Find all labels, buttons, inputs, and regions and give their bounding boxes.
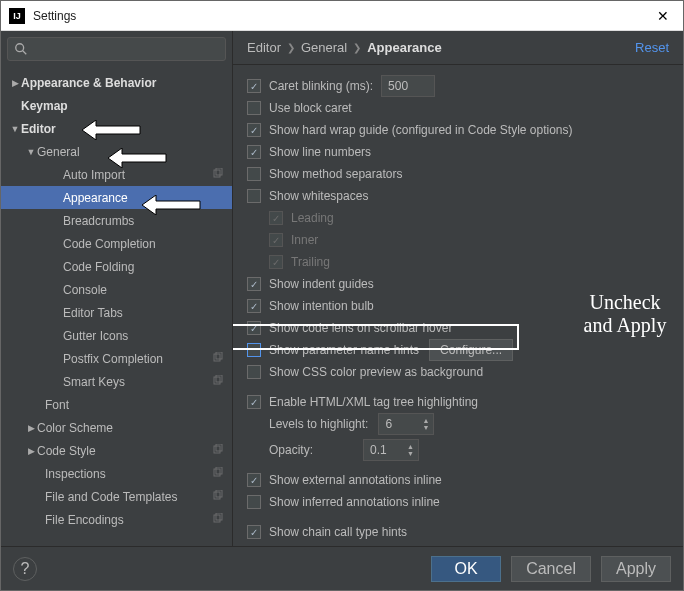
tree-editor-tabs[interactable]: Editor Tabs bbox=[1, 301, 232, 324]
copy-icon bbox=[212, 352, 226, 366]
crumb-editor[interactable]: Editor bbox=[247, 40, 281, 55]
copy-icon bbox=[212, 375, 226, 389]
window-title: Settings bbox=[33, 9, 651, 23]
checkbox bbox=[269, 233, 283, 247]
breadcrumb: Editor ❯ General ❯ Appearance Reset bbox=[233, 31, 683, 65]
search-icon bbox=[14, 42, 28, 56]
tree-inspections[interactable]: Inspections bbox=[1, 462, 232, 485]
opt-chain-hints[interactable]: Show chain call type hints bbox=[247, 521, 669, 543]
configure-button[interactable]: Configure... bbox=[429, 339, 513, 361]
svg-rect-7 bbox=[216, 375, 222, 382]
ok-button[interactable]: OK bbox=[431, 556, 501, 582]
tree-appearance-behavior[interactable]: ▶Appearance & Behavior bbox=[1, 71, 232, 94]
opt-code-lens[interactable]: Show code lens on scrollbar hover bbox=[247, 317, 669, 339]
search-input[interactable] bbox=[7, 37, 226, 61]
opt-html-tag-tree[interactable]: Enable HTML/XML tag tree highlighting bbox=[247, 391, 669, 413]
reset-link[interactable]: Reset bbox=[635, 40, 669, 55]
opt-ws-trailing: Trailing bbox=[247, 251, 669, 273]
tree-code-style[interactable]: ▶Code Style bbox=[1, 439, 232, 462]
close-button[interactable]: ✕ bbox=[651, 6, 675, 26]
tree-general[interactable]: ▼General bbox=[1, 140, 232, 163]
checkbox[interactable] bbox=[247, 299, 261, 313]
tree-keymap[interactable]: Keymap bbox=[1, 94, 232, 117]
tree-file-code-templates[interactable]: File and Code Templates bbox=[1, 485, 232, 508]
svg-line-1 bbox=[23, 51, 27, 55]
checkbox[interactable] bbox=[247, 101, 261, 115]
checkbox[interactable] bbox=[247, 145, 261, 159]
apply-button[interactable]: Apply bbox=[601, 556, 671, 582]
svg-rect-9 bbox=[216, 444, 222, 451]
tree-postfix-completion[interactable]: Postfix Completion bbox=[1, 347, 232, 370]
checkbox[interactable] bbox=[247, 277, 261, 291]
checkbox[interactable] bbox=[247, 321, 261, 335]
opt-method-separators[interactable]: Show method separators bbox=[247, 163, 669, 185]
sidebar: ▶Appearance & Behavior Keymap ▼Editor ▼G… bbox=[1, 31, 233, 546]
crumb-appearance: Appearance bbox=[367, 40, 441, 55]
svg-rect-8 bbox=[214, 446, 220, 453]
tree-editor[interactable]: ▼Editor bbox=[1, 117, 232, 140]
opt-ws-leading: Leading bbox=[247, 207, 669, 229]
tree-font[interactable]: Font bbox=[1, 393, 232, 416]
checkbox[interactable] bbox=[247, 495, 261, 509]
opt-line-numbers[interactable]: Show line numbers bbox=[247, 141, 669, 163]
opt-ext-annot[interactable]: Show external annotations inline bbox=[247, 469, 669, 491]
checkbox[interactable] bbox=[247, 395, 261, 409]
opt-indent-guides[interactable]: Show indent guides bbox=[247, 273, 669, 295]
dialog-footer: ? OK Cancel Apply bbox=[1, 546, 683, 590]
opt-use-block-caret[interactable]: Use block caret bbox=[247, 97, 669, 119]
opt-caret-blinking[interactable]: Caret blinking (ms):500 bbox=[247, 75, 669, 97]
copy-icon bbox=[212, 168, 226, 182]
svg-rect-15 bbox=[216, 513, 222, 520]
svg-rect-12 bbox=[214, 492, 220, 499]
opacity-spinner[interactable]: 0.1▲▼ bbox=[363, 439, 419, 461]
options-panel: Caret blinking (ms):500 Use block caret … bbox=[233, 65, 683, 546]
titlebar: IJ Settings ✕ bbox=[1, 1, 683, 31]
svg-rect-10 bbox=[214, 469, 220, 476]
tree-appearance[interactable]: Appearance bbox=[1, 186, 232, 209]
svg-rect-3 bbox=[216, 168, 222, 175]
opt-inf-annot[interactable]: Show inferred annotations inline bbox=[247, 491, 669, 513]
opt-hard-wrap[interactable]: Show hard wrap guide (configured in Code… bbox=[247, 119, 669, 141]
tree-file-encodings[interactable]: File Encodings bbox=[1, 508, 232, 531]
chevron-right-icon: ❯ bbox=[353, 42, 361, 53]
tree-smart-keys[interactable]: Smart Keys bbox=[1, 370, 232, 393]
spinner-arrows-icon[interactable]: ▲▼ bbox=[407, 443, 414, 457]
tree-gutter-icons[interactable]: Gutter Icons bbox=[1, 324, 232, 347]
opt-ws-inner: Inner bbox=[247, 229, 669, 251]
checkbox[interactable] bbox=[247, 167, 261, 181]
crumb-general[interactable]: General bbox=[301, 40, 347, 55]
help-button[interactable]: ? bbox=[13, 557, 37, 581]
copy-icon bbox=[212, 513, 226, 527]
tree-console[interactable]: Console bbox=[1, 278, 232, 301]
opt-param-hints[interactable]: Show parameter name hintsConfigure... bbox=[247, 339, 669, 361]
copy-icon bbox=[212, 467, 226, 481]
svg-rect-11 bbox=[216, 467, 222, 474]
app-logo-icon: IJ bbox=[9, 8, 25, 24]
cancel-button[interactable]: Cancel bbox=[511, 556, 591, 582]
checkbox[interactable] bbox=[247, 79, 261, 93]
checkbox[interactable] bbox=[247, 123, 261, 137]
tree-auto-import[interactable]: Auto Import bbox=[1, 163, 232, 186]
checkbox bbox=[269, 255, 283, 269]
svg-rect-13 bbox=[216, 490, 222, 497]
checkbox[interactable] bbox=[247, 365, 261, 379]
tree-code-folding[interactable]: Code Folding bbox=[1, 255, 232, 278]
opt-whitespaces[interactable]: Show whitespaces bbox=[247, 185, 669, 207]
levels-spinner[interactable]: 6▲▼ bbox=[378, 413, 434, 435]
content-area: Editor ❯ General ❯ Appearance Reset Care… bbox=[233, 31, 683, 546]
spinner-arrows-icon[interactable]: ▲▼ bbox=[422, 417, 429, 431]
tree-color-scheme[interactable]: ▶Color Scheme bbox=[1, 416, 232, 439]
chevron-right-icon: ❯ bbox=[287, 42, 295, 53]
settings-window: IJ Settings ✕ ▶Appearance & Behavior Key… bbox=[0, 0, 684, 591]
checkbox[interactable] bbox=[247, 343, 261, 357]
tree-code-completion[interactable]: Code Completion bbox=[1, 232, 232, 255]
checkbox[interactable] bbox=[247, 473, 261, 487]
opt-levels: Levels to highlight:6▲▼ bbox=[247, 413, 669, 435]
opt-css-preview[interactable]: Show CSS color preview as background bbox=[247, 361, 669, 383]
tree-breadcrumbs[interactable]: Breadcrumbs bbox=[1, 209, 232, 232]
copy-icon bbox=[212, 490, 226, 504]
checkbox[interactable] bbox=[247, 525, 261, 539]
opt-intention-bulb[interactable]: Show intention bulb bbox=[247, 295, 669, 317]
checkbox[interactable] bbox=[247, 189, 261, 203]
caret-blinking-input[interactable]: 500 bbox=[381, 75, 435, 97]
